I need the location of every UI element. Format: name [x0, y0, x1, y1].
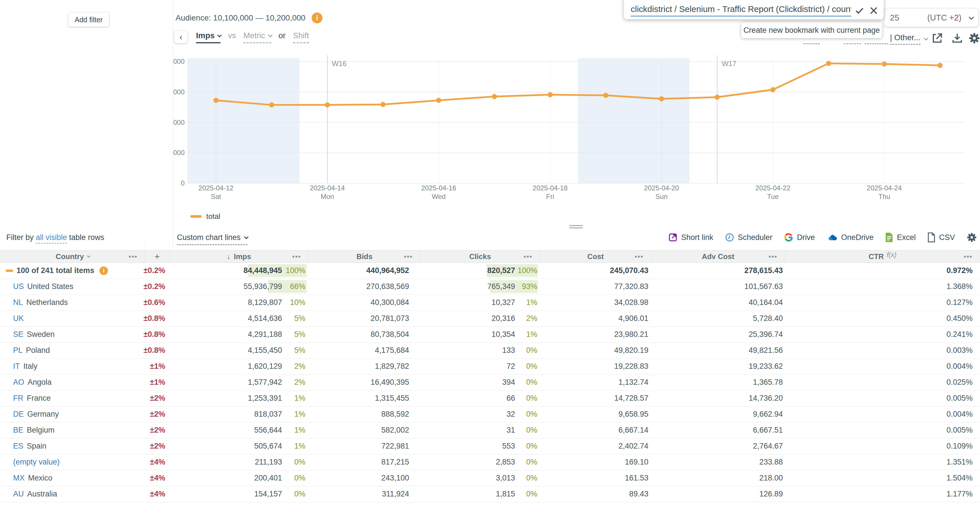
- country-code-link[interactable]: MX: [13, 474, 25, 483]
- table-row[interactable]: ITItaly±1%1,620,1292%1,829,782720%19,228…: [0, 358, 980, 374]
- country-cell[interactable]: NLNetherlands: [0, 295, 145, 311]
- table-settings-button[interactable]: [966, 232, 977, 243]
- table-row[interactable]: SESweden±0.8%4,291,1885%80,738,50410,354…: [0, 327, 980, 343]
- column-menu-icon[interactable]: •••: [404, 253, 413, 260]
- country-code-link[interactable]: BE: [13, 426, 23, 435]
- column-menu-icon[interactable]: •••: [635, 253, 644, 260]
- csv-export-button[interactable]: CSV: [927, 232, 955, 242]
- y-axis-tick: 6,000,000: [173, 88, 185, 96]
- country-code-link[interactable]: PL: [13, 346, 22, 355]
- deviation-cell: ±2%: [145, 406, 169, 422]
- table-row[interactable]: FRFrance±2%1,253,3911%1,315,455660%14,72…: [0, 390, 980, 406]
- column-header-clicks[interactable]: Clicks •••: [420, 250, 540, 263]
- country-cell[interactable]: FRFrance: [0, 390, 145, 406]
- country-cell[interactable]: AUAustralia: [0, 486, 145, 502]
- column-menu-icon[interactable]: •••: [523, 253, 533, 260]
- confirm-bookmark-button[interactable]: [854, 5, 865, 16]
- table-row[interactable]: NLNetherlands±0.6%8,129,80710%40,300,084…: [0, 295, 980, 311]
- country-code-link[interactable]: DE: [13, 410, 24, 419]
- column-header-imps[interactable]: ↓ Imps •••: [169, 250, 309, 263]
- country-cell[interactable]: BEBelgium: [0, 422, 145, 438]
- bookmark-name-input[interactable]: clickdistrict / Selenium - Traffic Repor…: [631, 4, 851, 16]
- column-header-bids[interactable]: Bids •••: [309, 250, 420, 263]
- collapse-chart-button[interactable]: ‹: [174, 31, 188, 43]
- deviation-cell: ±0.6%: [145, 295, 169, 311]
- add-column-button[interactable]: +: [145, 250, 169, 263]
- shift-toggle[interactable]: Shift: [293, 31, 309, 43]
- ctr-cell: 0.005%: [785, 422, 980, 438]
- google-drive-button[interactable]: Drive: [784, 233, 815, 242]
- timezone-selector[interactable]: 25 (UTC +2): [884, 8, 978, 27]
- country-cell[interactable]: (empty value): [0, 454, 145, 470]
- open-external-button[interactable]: [931, 32, 943, 46]
- column-header-country[interactable]: Country •••: [0, 250, 145, 263]
- ctr-cell: 0.004%: [785, 406, 980, 422]
- country-cell[interactable]: SESweden: [0, 327, 145, 342]
- table-row[interactable]: (empty value)±4%211,1930%817,2152,8530%1…: [0, 454, 980, 470]
- column-header-ctr[interactable]: CTRf(x) •••: [785, 250, 980, 263]
- country-name: Mexico: [28, 474, 53, 483]
- other-dropdown[interactable]: | Other...: [890, 33, 927, 45]
- chart-resize-handle[interactable]: [569, 225, 583, 230]
- country-name[interactable]: (empty value): [13, 458, 60, 467]
- country-cell[interactable]: ITItaly: [0, 358, 145, 374]
- country-cell[interactable]: AOAngola: [0, 374, 145, 390]
- country-name: Germany: [27, 410, 59, 419]
- column-menu-icon[interactable]: •••: [768, 253, 778, 260]
- table-row[interactable]: AUAustralia±4%154,1570%311,9241,8150%89.…: [0, 486, 980, 502]
- custom-chart-lines-dropdown[interactable]: Custom chart lines: [177, 233, 247, 245]
- table-row[interactable]: DEGermany±2%818,0371%888,592320%9,658.95…: [0, 406, 980, 422]
- metric-dropdown-imps[interactable]: Imps: [196, 31, 221, 43]
- country-code-link[interactable]: UK: [13, 314, 24, 323]
- clicks-cell: 5530%: [420, 438, 540, 454]
- country-code-link[interactable]: AO: [13, 378, 24, 387]
- table-row[interactable]: UK±0.8%4,514,6365%20,781,07320,3162%4,90…: [0, 311, 980, 327]
- excel-export-button[interactable]: Excel: [885, 232, 916, 242]
- country-code-link[interactable]: IT: [13, 362, 20, 371]
- ctr-cell: 1.504%: [785, 470, 980, 486]
- country-code-link[interactable]: NL: [13, 298, 23, 307]
- download-button[interactable]: [951, 32, 964, 46]
- scheduler-button[interactable]: Scheduler: [725, 233, 773, 242]
- country-code-link[interactable]: FR: [13, 394, 23, 403]
- column-header-adv-cost[interactable]: Adv Cost •••: [651, 250, 785, 263]
- table-row[interactable]: ESSpain±2%505,6741%722,9815530%2,402.742…: [0, 438, 980, 454]
- country-cell[interactable]: USUnited States: [0, 279, 145, 295]
- all-visible-link[interactable]: all visible: [36, 233, 67, 244]
- table-row[interactable]: AOAngola±1%1,577,9422%16,490,3953940%1,1…: [0, 374, 980, 390]
- short-link-button[interactable]: Short link: [668, 233, 713, 242]
- onedrive-button[interactable]: OneDrive: [826, 233, 873, 242]
- country-cell[interactable]: ESSpain: [0, 438, 145, 454]
- scheduler-clock-icon: [725, 233, 735, 242]
- table-row[interactable]: MXMexico±4%200,4010%243,1003,0130%161.53…: [0, 470, 980, 486]
- table-row[interactable]: BEBelgium±2%556,6441%582,002310%6,667.14…: [0, 422, 980, 438]
- table-row[interactable]: 100 of 241 total itemsi±0.2%84,448,94510…: [0, 263, 980, 279]
- cancel-bookmark-button[interactable]: [868, 5, 880, 16]
- imps-cell: 818,0371%: [169, 406, 309, 422]
- column-header-cost[interactable]: Cost •••: [540, 250, 651, 263]
- country-cell[interactable]: DEGermany: [0, 406, 145, 422]
- column-menu-icon[interactable]: •••: [129, 253, 138, 260]
- y-axis-tick: 0: [181, 179, 185, 187]
- country-cell[interactable]: MXMexico: [0, 470, 145, 486]
- metric-dropdown-placeholder[interactable]: Metric: [243, 31, 271, 43]
- country-cell[interactable]: PLPoland: [0, 343, 145, 358]
- info-icon[interactable]: i: [99, 266, 108, 275]
- country-code-link[interactable]: SE: [13, 330, 23, 339]
- table-row[interactable]: USUnited States±0.2%55,936,79966%270,638…: [0, 279, 980, 295]
- page-settings-button[interactable]: [968, 32, 980, 46]
- create-bookmark-tooltip[interactable]: Create new bookmark with current page: [741, 22, 882, 38]
- table-row[interactable]: PLPoland±0.8%4,155,4505%4,175,6841330%49…: [0, 343, 980, 358]
- chart-legend[interactable]: total: [190, 212, 220, 221]
- traffic-line-chart[interactable]: 02,000,0004,000,0006,000,0008,000,000202…: [173, 50, 980, 210]
- country-code-link[interactable]: US: [13, 282, 24, 291]
- column-menu-icon[interactable]: •••: [292, 253, 301, 260]
- country-code-link[interactable]: ES: [13, 442, 23, 451]
- add-filter-button[interactable]: Add filter: [68, 13, 109, 27]
- info-icon[interactable]: i: [312, 13, 323, 23]
- country-code-link[interactable]: AU: [13, 490, 24, 499]
- country-cell[interactable]: UK: [0, 311, 145, 326]
- legend-label: total: [206, 212, 220, 221]
- column-menu-icon[interactable]: •••: [964, 253, 973, 260]
- cost-cell: 14,728.57: [540, 390, 651, 406]
